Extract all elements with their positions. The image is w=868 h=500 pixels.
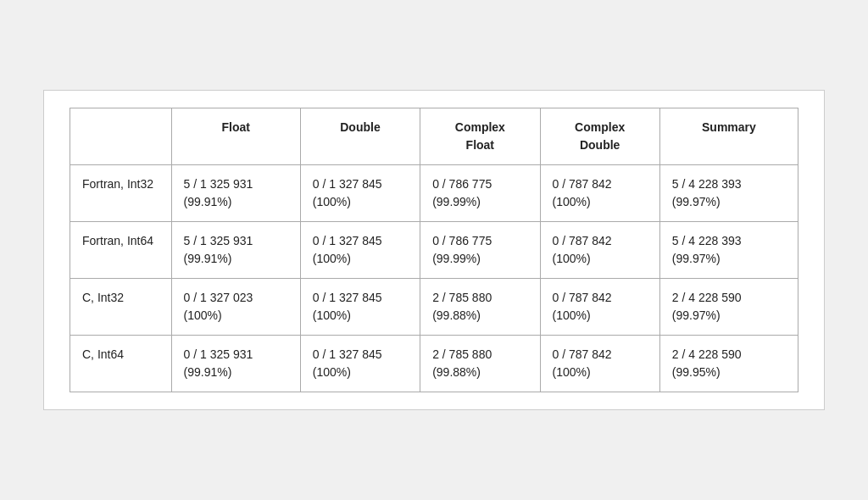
cell-0-label: Fortran, Int32	[70, 165, 172, 222]
cell-1-complex_float: 0 / 786 775(99.99%)	[420, 222, 540, 279]
cell-1-float: 5 / 1 325 931(99.91%)	[171, 222, 300, 279]
cell-0-double: 0 / 1 327 845(100%)	[300, 165, 420, 222]
table-row: Fortran, Int645 / 1 325 931(99.91%)0 / 1…	[70, 222, 798, 279]
cell-2-double: 0 / 1 327 845(100%)	[300, 279, 420, 336]
header-double: Double	[300, 108, 420, 165]
cell-0-complex_float: 0 / 786 775(99.99%)	[420, 165, 540, 222]
table-row: C, Int320 / 1 327 023(100%)0 / 1 327 845…	[70, 279, 798, 336]
header-float: Float	[171, 108, 300, 165]
header-row-label	[70, 108, 172, 165]
cell-3-label: C, Int64	[70, 336, 172, 392]
cell-1-complex_double: 0 / 787 842(100%)	[540, 222, 659, 279]
cell-2-complex_float: 2 / 785 880(99.88%)	[420, 279, 540, 336]
table-row: C, Int640 / 1 325 931(99.91%)0 / 1 327 8…	[70, 336, 798, 392]
cell-3-complex_double: 0 / 787 842(100%)	[540, 336, 659, 392]
cell-1-double: 0 / 1 327 845(100%)	[300, 222, 420, 279]
cell-2-complex_double: 0 / 787 842(100%)	[540, 279, 659, 336]
cell-2-float: 0 / 1 327 023(100%)	[171, 279, 300, 336]
cell-0-float: 5 / 1 325 931(99.91%)	[171, 165, 300, 222]
table-row: Fortran, Int325 / 1 325 931(99.91%)0 / 1…	[70, 165, 798, 222]
cell-0-summary: 5 / 4 228 393(99.97%)	[659, 165, 798, 222]
cell-3-float: 0 / 1 325 931(99.91%)	[171, 336, 300, 392]
header-complex-float: ComplexFloat	[420, 108, 540, 165]
cell-2-summary: 2 / 4 228 590(99.97%)	[659, 279, 798, 336]
data-table: Float Double ComplexFloat ComplexDouble …	[70, 108, 798, 392]
header-summary: Summary	[659, 108, 798, 165]
cell-1-label: Fortran, Int64	[70, 222, 172, 279]
header-complex-double: ComplexDouble	[540, 108, 659, 165]
cell-3-summary: 2 / 4 228 590(99.95%)	[659, 336, 798, 392]
cell-0-complex_double: 0 / 787 842(100%)	[540, 165, 659, 222]
cell-3-complex_float: 2 / 785 880(99.88%)	[420, 336, 540, 392]
cell-3-double: 0 / 1 327 845(100%)	[300, 336, 420, 392]
cell-2-label: C, Int32	[70, 279, 172, 336]
cell-1-summary: 5 / 4 228 393(99.97%)	[659, 222, 798, 279]
table-container: Float Double ComplexFloat ComplexDouble …	[43, 90, 825, 410]
